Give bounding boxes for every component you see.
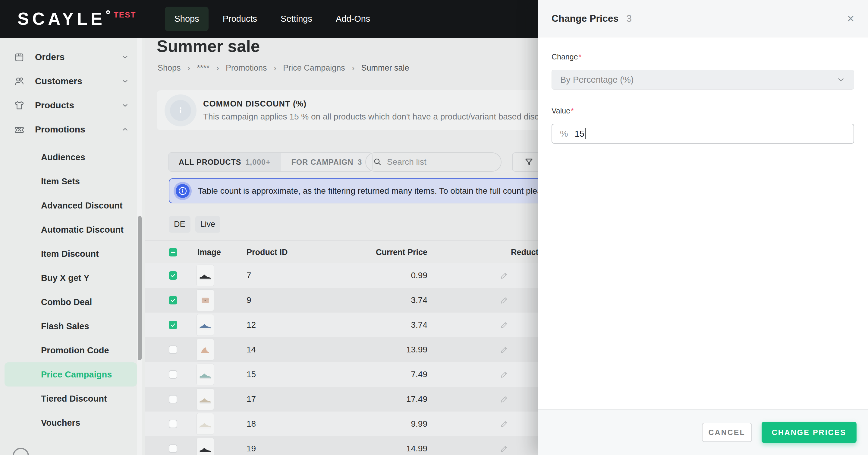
sidebar-item-promotions[interactable]: Promotions: [0, 117, 145, 142]
nav-add-ons[interactable]: Add-Ons: [327, 7, 379, 31]
product-id-cell: 18: [247, 419, 256, 429]
sidebar-item-audiences[interactable]: Audiences: [0, 145, 145, 169]
edit-price-icon[interactable]: [500, 320, 509, 330]
nav-shops[interactable]: Shops: [165, 7, 208, 31]
tab-count-badge: 1,000+: [245, 158, 270, 167]
breadcrumb-item--[interactable]: ****: [197, 63, 210, 73]
value-input-text: 15: [575, 129, 584, 139]
current-price-cell: 3.74: [326, 320, 427, 330]
value-input[interactable]: % 15: [552, 124, 854, 144]
scayle-logo[interactable]: SCAYLE TEST: [18, 10, 136, 27]
filter-chip-de[interactable]: DE: [169, 216, 190, 233]
sidebar-item-label: Orders: [35, 52, 64, 62]
change-type-select[interactable]: By Percentage (%): [552, 70, 854, 90]
chevron-down-icon: [836, 75, 845, 84]
select-all-checkbox[interactable]: [169, 248, 177, 256]
current-price-cell: 17.49: [326, 394, 427, 404]
sidebar-item-orders[interactable]: Orders: [0, 45, 145, 69]
current-price-cell: 0.99: [326, 271, 427, 280]
product-id-cell: 19: [247, 444, 256, 454]
nav-products[interactable]: Products: [213, 7, 267, 31]
product-image: [196, 314, 214, 336]
product-image: [196, 289, 214, 311]
edit-price-icon[interactable]: [500, 271, 509, 280]
sidebar-item-customers[interactable]: Customers: [0, 69, 145, 93]
edit-price-icon[interactable]: [500, 444, 509, 453]
row-checkbox[interactable]: [169, 445, 177, 453]
sidebar-item-label: Promotions: [35, 124, 85, 135]
column-header-image[interactable]: Image: [197, 248, 221, 257]
sidebar-item-item-discount[interactable]: Item Discount: [0, 242, 145, 266]
row-checkbox[interactable]: [169, 420, 177, 428]
top-nav: Shops Products Settings Add-Ons: [165, 7, 379, 31]
current-price-cell: 3.74: [326, 295, 427, 305]
product-id-cell: 14: [247, 345, 256, 354]
edit-price-icon[interactable]: [500, 395, 509, 404]
row-checkbox[interactable]: [169, 296, 177, 305]
row-checkbox[interactable]: [169, 345, 177, 354]
column-header-current-price[interactable]: Current Price: [326, 248, 427, 257]
sidebar-item-tiered-discount[interactable]: Tiered Discount: [0, 387, 145, 410]
chevron-down-icon: [121, 53, 129, 61]
edit-price-icon[interactable]: [500, 419, 509, 428]
edit-price-icon[interactable]: [500, 296, 509, 305]
tab-count-badge: 3: [358, 158, 362, 167]
panel-count-badge: 3: [626, 13, 632, 24]
sidebar-item-promotion-code[interactable]: Promotion Code: [0, 338, 145, 362]
current-price-cell: 7.49: [326, 370, 427, 379]
breadcrumb-item-shops[interactable]: Shops: [158, 63, 181, 73]
panel-header: Change Prices 3 ×: [538, 0, 868, 37]
row-checkbox[interactable]: [169, 321, 177, 329]
required-mark: *: [579, 53, 582, 61]
sidebar-item-vouchers[interactable]: Vouchers: [0, 410, 145, 435]
tab-all-products[interactable]: ALL PRODUCTS 1,000+: [168, 153, 281, 171]
tab-for-campaign[interactable]: FOR CAMPAIGN 3: [281, 153, 373, 171]
breadcrumb-item-summer-sale[interactable]: Summer sale: [361, 63, 409, 73]
sidebar-item-products[interactable]: Products: [0, 93, 145, 117]
breadcrumb-separator: ›: [352, 63, 355, 73]
text-cursor: [585, 128, 586, 139]
required-mark: *: [571, 107, 574, 115]
sneaker-image: [198, 442, 212, 455]
row-checkbox[interactable]: [169, 370, 177, 379]
percent-prefix-icon: %: [560, 129, 568, 139]
cancel-button[interactable]: CANCEL: [702, 423, 752, 442]
sidebar-item-buy-x-get-y[interactable]: Buy X get Y: [0, 266, 145, 290]
chevron-down-icon: [121, 102, 129, 109]
search-icon: [373, 158, 382, 167]
change-prices-button[interactable]: CHANGE PRICES: [762, 422, 857, 443]
edit-price-icon[interactable]: [500, 370, 509, 379]
close-icon[interactable]: ×: [847, 12, 854, 24]
search-input[interactable]: Search list: [365, 152, 501, 172]
row-checkbox[interactable]: [169, 271, 177, 280]
sidebar-scrollbar[interactable]: [137, 38, 142, 455]
breadcrumb-item-price-campaigns[interactable]: Price Campaigns: [283, 63, 345, 73]
filter-chip-live[interactable]: Live: [195, 216, 221, 233]
breadcrumb-item-promotions[interactable]: Promotions: [226, 63, 267, 73]
sidebar: Orders Customers Products Promotions Aud…: [0, 38, 145, 455]
breadcrumb-separator: ›: [274, 63, 277, 73]
sidebar-item-price-campaigns[interactable]: Price Campaigns: [4, 362, 137, 387]
change-type-value: By Percentage (%): [560, 75, 633, 85]
current-price-cell: 13.99: [326, 345, 427, 354]
chevron-up-icon: [121, 125, 129, 133]
sneaker-image: [198, 393, 212, 406]
nav-settings[interactable]: Settings: [271, 7, 321, 31]
row-checkbox[interactable]: [169, 395, 177, 403]
sidebar-item-item-sets[interactable]: Item Sets: [0, 169, 145, 193]
product-image: [196, 339, 214, 361]
product-image: [196, 364, 214, 385]
panel-title: Change Prices: [552, 13, 618, 24]
edit-price-icon[interactable]: [500, 345, 509, 354]
chevron-down-icon: [121, 77, 129, 85]
column-header-product-id[interactable]: Product ID: [247, 248, 288, 257]
check-icon: [170, 273, 176, 279]
sidebar-scrollbar-thumb[interactable]: [138, 216, 142, 360]
filter-icon: [524, 157, 534, 167]
indeterminate-mark: [171, 252, 176, 253]
sidebar-item-combo-deal[interactable]: Combo Deal: [0, 290, 145, 314]
tshirt-icon: [13, 99, 26, 112]
sidebar-item-flash-sales[interactable]: Flash Sales: [0, 314, 145, 338]
sidebar-item-advanced-discount[interactable]: Advanced Discount: [0, 193, 145, 218]
sidebar-item-automatic-discount[interactable]: Automatic Discount: [0, 218, 145, 242]
